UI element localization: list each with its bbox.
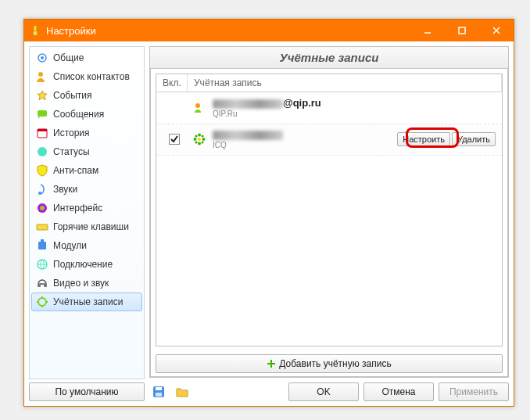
sidebar-item-label: Модули: [53, 240, 87, 251]
svg-point-25: [198, 142, 201, 145]
general-icon: [36, 52, 48, 64]
column-enabled: Вкл.: [156, 74, 188, 92]
accounts-box: Вкл. Учётная запись @qip.ru QIP.Ru: [150, 69, 508, 377]
defaults-row: По умолчанию: [29, 382, 145, 401]
sidebar-item-label: Подключение: [53, 259, 113, 270]
sound-icon: [36, 183, 48, 196]
sidebar-item-label: История: [53, 127, 90, 138]
svg-point-14: [38, 192, 41, 195]
svg-point-21: [38, 298, 46, 306]
messages-icon: [36, 108, 48, 120]
open-profile-button[interactable]: [173, 382, 192, 401]
svg-point-31: [201, 142, 203, 144]
keyboard-icon: [36, 221, 48, 233]
sidebar-item-hotkeys[interactable]: Горячие клавиши: [31, 217, 142, 236]
account-name: [213, 129, 391, 142]
svg-rect-3: [459, 27, 465, 34]
sidebar-item-modules[interactable]: Модули: [31, 236, 142, 255]
account-row[interactable]: @qip.ru QIP.Ru: [156, 92, 502, 124]
app-icon: [29, 24, 41, 37]
history-icon: [36, 127, 48, 139]
sidebar-item-label: Общие: [53, 52, 84, 63]
minimize-button[interactable]: [410, 20, 445, 41]
titlebar[interactable]: Настройки: [24, 20, 514, 41]
account-row[interactable]: ICQ Настроить Удалить: [156, 124, 502, 156]
sidebar-item-label: Анти-спам: [53, 165, 98, 176]
add-account-label: Добавить учётную запись: [279, 358, 391, 369]
shield-icon: [36, 164, 48, 177]
events-icon: [36, 89, 48, 102]
defaults-button[interactable]: По умолчанию: [29, 382, 145, 401]
svg-rect-10: [38, 110, 47, 117]
svg-point-13: [38, 147, 47, 156]
delete-account-button[interactable]: Удалить: [452, 132, 496, 146]
account-name: @qip.ru: [213, 97, 496, 109]
account-protocol: QIP.Ru: [213, 109, 496, 119]
plus-icon: [267, 359, 276, 368]
svg-rect-12: [38, 129, 47, 131]
accounts-icon: [36, 296, 48, 308]
sidebar-item-sounds[interactable]: Звуки: [31, 180, 142, 199]
contacts-icon: [36, 70, 48, 83]
window-title: Настройки: [46, 25, 410, 37]
qip-icon: [192, 101, 206, 115]
sidebar-item-video-sound[interactable]: Видео и звук: [31, 274, 142, 293]
save-profile-button[interactable]: [149, 382, 168, 401]
svg-point-7: [41, 56, 44, 59]
statuses-icon: [36, 145, 48, 158]
sidebar-item-general[interactable]: Общие: [31, 48, 142, 67]
configure-account-button[interactable]: Настроить: [397, 132, 450, 146]
svg-point-28: [195, 135, 197, 138]
svg-point-22: [195, 103, 200, 108]
sidebar-item-label: Статусы: [53, 146, 90, 157]
main-panel: Учётные записи Вкл. Учётная запись: [149, 46, 509, 401]
svg-rect-19: [41, 239, 44, 242]
obscured-text: [213, 99, 283, 109]
obscured-text: [213, 131, 283, 140]
sidebar-item-statuses[interactable]: Статусы: [31, 142, 142, 161]
account-protocol: ICQ: [213, 141, 391, 150]
sidebar-item-history[interactable]: История: [31, 124, 142, 142]
sidebar-item-accounts[interactable]: Учётные записи: [31, 293, 142, 311]
ok-button[interactable]: OK: [288, 382, 359, 401]
accounts-list: Вкл. Учётная запись @qip.ru QIP.Ru: [156, 74, 503, 346]
sidebar-item-label: Звуки: [53, 184, 77, 195]
sidebar-list: Общие Список контактов События Сообщения…: [29, 46, 145, 379]
sidebar-item-events[interactable]: События: [31, 86, 142, 105]
svg-marker-9: [38, 91, 47, 100]
maximize-button[interactable]: [445, 20, 479, 41]
modules-icon: [36, 239, 48, 252]
sidebar-item-contacts[interactable]: Список контактов: [31, 67, 142, 86]
svg-rect-33: [156, 387, 162, 390]
sidebar-item-label: Горячие клавиши: [53, 221, 129, 232]
sidebar-item-label: События: [53, 90, 92, 101]
footer-bar: OK Отмена Применить: [149, 382, 509, 401]
svg-point-16: [40, 206, 45, 210]
svg-point-29: [201, 135, 203, 138]
sidebar-item-messages[interactable]: Сообщения: [31, 105, 142, 124]
svg-point-24: [198, 134, 201, 137]
sidebar-item-interface[interactable]: Интерфейс: [31, 199, 142, 217]
enable-checkbox[interactable]: [169, 134, 180, 145]
sidebar-item-label: Сообщения: [53, 109, 104, 120]
apply-button[interactable]: Применить: [439, 382, 509, 401]
column-account: Учётная запись: [188, 74, 502, 92]
add-account-button[interactable]: Добавить учётную запись: [156, 354, 503, 373]
connection-icon: [36, 258, 48, 271]
sidebar-item-antispam[interactable]: Анти-спам: [31, 161, 142, 180]
close-button[interactable]: [479, 20, 514, 41]
svg-rect-1: [33, 31, 37, 35]
sidebar-item-connection[interactable]: Подключение: [31, 255, 142, 274]
settings-window: Настройки Общие Список контактов События: [23, 19, 514, 407]
content-area: Общие Список контактов События Сообщения…: [24, 41, 514, 406]
svg-point-30: [195, 142, 197, 144]
svg-point-27: [202, 138, 206, 141]
sidebar-item-label: Список контактов: [53, 71, 130, 82]
enabled-cell[interactable]: [163, 134, 186, 145]
interface-icon: [36, 202, 48, 214]
svg-rect-0: [34, 26, 37, 31]
headset-icon: [36, 277, 48, 289]
cancel-button[interactable]: Отмена: [363, 382, 434, 401]
icq-icon: [192, 132, 206, 146]
svg-rect-17: [37, 224, 48, 230]
